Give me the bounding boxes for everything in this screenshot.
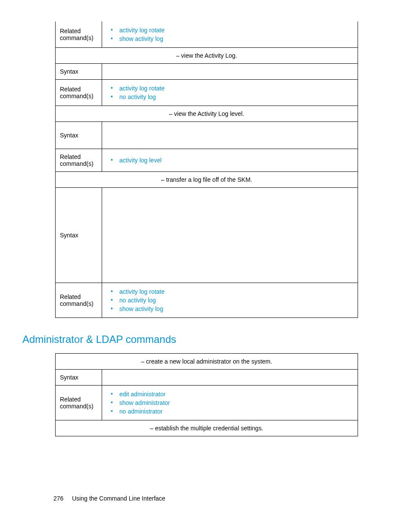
cell-value: activity log rotate no activity log: [102, 80, 358, 106]
commands-table-1: Related command(s) activity log rotate s…: [55, 22, 358, 318]
cell-label: Related command(s): [56, 386, 102, 420]
table-row: Syntax: [56, 370, 358, 386]
table-row: Syntax: [56, 122, 358, 149]
section-cell: – view the Activity Log.: [56, 48, 358, 64]
page-number: 276: [53, 495, 63, 502]
cell-label: Related command(s): [56, 149, 102, 172]
bullet-item: no administrator: [111, 407, 353, 416]
bullet-item: no activity log: [111, 93, 353, 101]
bullet-item: activity log rotate: [111, 84, 353, 93]
cell-value: [102, 64, 358, 80]
table-row: Syntax: [56, 64, 358, 80]
bullet-item: show activity log: [111, 305, 353, 313]
table-row: Related command(s) activity log level: [56, 149, 358, 172]
bullet-item: activity log level: [111, 156, 353, 165]
cell-label: Related command(s): [56, 80, 102, 106]
table-row: Related command(s) activity log rotate s…: [56, 22, 358, 48]
cell-value: edit administrator show administrator no…: [102, 386, 358, 420]
bullet-item: activity log rotate: [111, 287, 353, 296]
cell-label: Syntax: [56, 122, 102, 149]
section-cell: – view the Activity Log level.: [56, 106, 358, 122]
table-row: Related command(s) activity log rotate n…: [56, 80, 358, 106]
section-cell: – transfer a log file off of the SKM.: [56, 172, 358, 188]
page-footer: 276 Using the Command Line Interface: [53, 495, 165, 502]
bullet-item: show administrator: [111, 398, 353, 407]
table-row: Related command(s) activity log rotate n…: [56, 283, 358, 318]
cell-value: [102, 370, 358, 386]
table-row: – establish the multiple credential sett…: [56, 420, 358, 436]
bullet-item: edit administrator: [111, 390, 353, 398]
section-cell: – establish the multiple credential sett…: [56, 420, 358, 436]
cell-label: Related command(s): [56, 22, 102, 48]
table-row: – transfer a log file off of the SKM.: [56, 172, 358, 188]
table-row: – view the Activity Log.: [56, 48, 358, 64]
table-row: Syntax: [56, 188, 358, 283]
section-cell: – create a new local administrator on th…: [56, 354, 358, 370]
cell-value: [102, 188, 358, 283]
cell-value: activity log level: [102, 149, 358, 172]
cell-label: Related command(s): [56, 283, 102, 318]
cell-label: Syntax: [56, 370, 102, 386]
table-row: – view the Activity Log level.: [56, 106, 358, 122]
bullet-item: no activity log: [111, 296, 353, 305]
table-row: – create a new local administrator on th…: [56, 354, 358, 370]
cell-label: Syntax: [56, 188, 102, 283]
table-row: Related command(s) edit administrator sh…: [56, 386, 358, 420]
cell-value: activity log rotate no activity log show…: [102, 283, 358, 318]
footer-title: Using the Command Line Interface: [72, 495, 165, 502]
bullet-item: show activity log: [111, 34, 353, 43]
cell-value: activity log rotate show activity log: [102, 22, 358, 48]
commands-table-2: – create a new local administrator on th…: [55, 353, 358, 436]
table-1-wrap: Related command(s) activity log rotate s…: [55, 22, 385, 318]
section-heading: Administrator & LDAP commands: [22, 333, 385, 345]
cell-value: [102, 122, 358, 149]
cell-label: Syntax: [56, 64, 102, 80]
table-2-wrap: – create a new local administrator on th…: [55, 353, 385, 436]
page: Related command(s) activity log rotate s…: [0, 0, 411, 532]
bullet-item: activity log rotate: [111, 26, 353, 34]
